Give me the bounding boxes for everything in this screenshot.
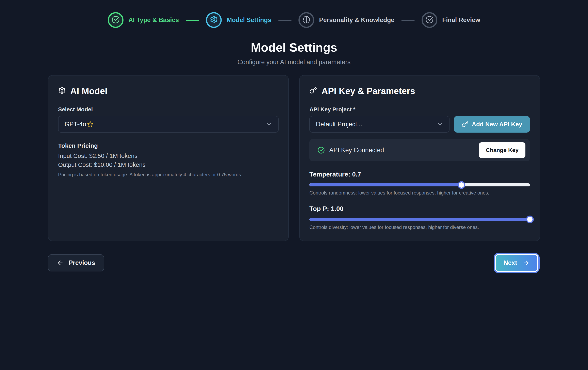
stepper-step-final-review[interactable]: Final Review bbox=[421, 12, 480, 28]
model-select[interactable]: GPT-4o bbox=[58, 116, 279, 133]
api-key-project-label: API Key Project * bbox=[309, 106, 530, 113]
step-circle-upcoming bbox=[421, 12, 437, 28]
arrow-right-icon bbox=[523, 259, 530, 266]
pricing-note: Pricing is based on token usage. A token… bbox=[58, 172, 279, 177]
ai-model-card: AI Model Select Model GPT-4o Token Prici… bbox=[48, 75, 289, 241]
stepper-connector bbox=[186, 20, 199, 21]
temperature-label: Temperature: 0.7 bbox=[309, 171, 530, 178]
temperature-slider-thumb[interactable] bbox=[458, 181, 465, 189]
api-key-parameters-card: API Key & Parameters API Key Project * D… bbox=[299, 75, 540, 241]
top-p-slider[interactable] bbox=[309, 218, 530, 221]
next-button-label: Next bbox=[504, 259, 517, 267]
add-new-api-key-button[interactable]: Add New API Key bbox=[454, 116, 530, 133]
output-cost-text: Output Cost: $10.00 / 1M tokens bbox=[58, 161, 279, 168]
add-new-api-key-label: Add New API Key bbox=[472, 121, 522, 128]
step-label: Model Settings bbox=[227, 16, 271, 24]
check-circle-icon bbox=[317, 146, 325, 154]
ai-model-card-title: AI Model bbox=[58, 86, 279, 96]
top-p-group: Top P: 1.00 Controls diversity: lower va… bbox=[309, 205, 530, 230]
api-key-status-bar: API Key Connected Change Key bbox=[309, 139, 530, 161]
chevron-down-icon bbox=[266, 121, 272, 127]
chevron-down-icon bbox=[437, 121, 443, 127]
check-circle-icon bbox=[425, 16, 433, 24]
stepper-step-model-settings[interactable]: Model Settings bbox=[206, 12, 271, 28]
top-p-slider-fill bbox=[309, 218, 530, 221]
previous-button-label: Previous bbox=[69, 259, 95, 267]
gear-icon bbox=[210, 16, 218, 24]
wizard-stepper: AI Type & Basics Model Settings Personal… bbox=[0, 0, 588, 28]
top-p-label: Top P: 1.00 bbox=[309, 205, 530, 213]
page-title: Model Settings bbox=[0, 41, 588, 54]
step-circle-upcoming bbox=[298, 12, 314, 28]
ai-model-card-title-text: AI Model bbox=[70, 86, 107, 96]
brain-icon bbox=[302, 16, 310, 24]
api-key-project-select[interactable]: Default Project... bbox=[309, 116, 450, 133]
key-icon bbox=[309, 86, 317, 96]
input-cost-text: Input Cost: $2.50 / 1M tokens bbox=[58, 152, 279, 159]
temperature-slider[interactable] bbox=[309, 183, 530, 186]
step-label: Personality & Knowledge bbox=[319, 16, 394, 24]
api-card-title-text: API Key & Parameters bbox=[322, 86, 415, 96]
token-pricing-title: Token Pricing bbox=[58, 142, 279, 149]
page-subtitle: Configure your AI model and parameters bbox=[0, 59, 588, 66]
key-icon bbox=[462, 121, 468, 127]
top-p-help-text: Controls diversity: lower values for foc… bbox=[309, 225, 530, 230]
previous-button[interactable]: Previous bbox=[48, 254, 104, 271]
step-circle-complete bbox=[108, 12, 124, 28]
api-key-status-text: API Key Connected bbox=[329, 146, 384, 154]
next-button[interactable]: Next bbox=[495, 254, 538, 272]
temperature-slider-fill bbox=[309, 183, 462, 186]
model-select-value: GPT-4o bbox=[65, 121, 86, 128]
settings-cards: AI Model Select Model GPT-4o Token Prici… bbox=[48, 75, 540, 241]
api-key-project-value: Default Project... bbox=[316, 121, 362, 128]
step-label: Final Review bbox=[442, 16, 480, 24]
change-key-button[interactable]: Change Key bbox=[479, 142, 525, 158]
arrow-left-icon bbox=[57, 259, 64, 266]
wizard-actions: Previous Next bbox=[48, 254, 540, 272]
stepper-step-personality-knowledge[interactable]: Personality & Knowledge bbox=[298, 12, 394, 28]
top-p-slider-thumb[interactable] bbox=[526, 216, 534, 223]
stepper-connector bbox=[278, 20, 292, 21]
star-icon bbox=[87, 121, 94, 127]
stepper-connector bbox=[401, 20, 415, 21]
select-model-label: Select Model bbox=[58, 106, 279, 113]
step-circle-active bbox=[206, 12, 222, 28]
gear-icon bbox=[58, 86, 66, 96]
step-label: AI Type & Basics bbox=[128, 16, 179, 24]
api-card-title: API Key & Parameters bbox=[309, 86, 530, 96]
temperature-help-text: Controls randomness: lower values for fo… bbox=[309, 190, 530, 196]
temperature-group: Temperature: 0.7 Controls randomness: lo… bbox=[309, 171, 530, 196]
api-key-project-row: Default Project... Add New API Key bbox=[309, 116, 530, 133]
stepper-step-ai-type-basics[interactable]: AI Type & Basics bbox=[108, 12, 179, 28]
check-circle-icon bbox=[112, 16, 120, 24]
